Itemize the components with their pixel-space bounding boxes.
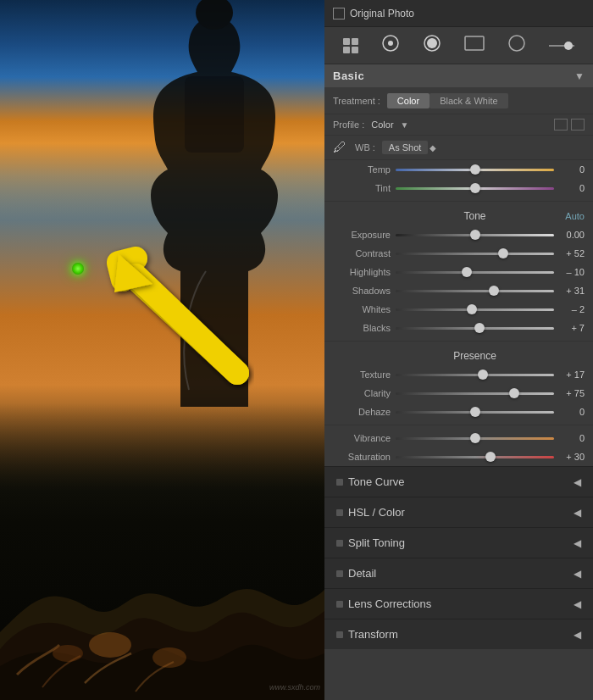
lens-corrections-section[interactable]: Lens Corrections ◀ [324,588,593,619]
contrast-slider-row: Contrast + 52 [324,244,593,263]
transform-title: Transform [348,628,398,641]
profile-icon-2[interactable] [571,119,585,131]
contrast-label: Contrast [333,248,391,258]
svg-point-4 [53,645,83,662]
split-toning-chevron: ◀ [574,537,581,549]
tone-curve-chevron: ◀ [574,476,581,488]
shadows-slider-track[interactable] [396,284,554,297]
tint-slider-track[interactable] [396,181,554,195]
highlights-label: Highlights [333,267,391,277]
svg-point-8 [388,41,393,46]
profile-left: Profile : Color ▼ [333,119,409,130]
tone-auto-btn[interactable]: Auto [559,211,585,221]
detail-marker [336,570,343,577]
exposure-slider-track[interactable] [396,228,554,242]
whites-slider-row: Whites – 2 [324,300,593,319]
svg-point-12 [509,36,524,51]
transform-chevron: ◀ [574,629,581,641]
texture-slider-track[interactable] [396,368,554,381]
treatment-color-btn[interactable]: Color [387,93,430,108]
filter-icon[interactable] [459,32,490,58]
develop-icon[interactable] [418,31,446,60]
adjust-icon[interactable] [544,42,579,50]
shadows-label: Shadows [333,286,391,296]
exposure-value: 0.00 [559,230,585,240]
profile-icons [554,119,585,131]
highlights-value: – 10 [559,267,585,277]
vibrance-slider-row: Vibrance 0 [324,429,593,447]
wb-value[interactable]: As Shot [382,141,429,154]
original-photo-checkbox[interactable] [333,8,345,19]
profile-value[interactable]: Color [371,119,393,130]
exposure-slider-row: Exposure 0.00 [324,225,593,244]
presence-section-label: Presence [324,345,593,365]
right-panel: Original Photo [324,0,593,700]
whites-value: – 2 [559,304,585,314]
highlights-slider-track[interactable] [396,265,554,279]
clarity-slider-row: Clarity + 75 [324,384,593,403]
basic-chevron: ▼ [574,70,585,82]
blacks-label: Blacks [333,323,391,333]
split-toning-section[interactable]: Split Toning ◀ [324,527,593,558]
blacks-slider-row: Blacks + 7 [324,319,593,337]
basic-content: Treatment : Color Black & White Profile … [324,88,593,466]
tone-curve-marker [336,479,343,486]
svg-point-2 [89,632,131,658]
contrast-value: + 52 [559,248,585,258]
svg-rect-0 [185,76,244,153]
tone-curve-section[interactable]: Tone Curve ◀ [324,466,593,497]
highlights-slider-row: Highlights – 10 [324,263,593,281]
split-toning-left: Split Toning [336,536,405,549]
split-toning-marker [336,540,343,547]
hsl-color-title: HSL / Color [348,506,405,519]
profile-dropdown-arrow[interactable]: ▼ [401,120,409,130]
texture-label: Texture [333,369,391,380]
profile-row: Profile : Color ▼ [324,114,593,136]
vibrance-slider-track[interactable] [396,431,554,445]
wb-row: 🖊 WB : As Shot ◆ [324,136,593,160]
photo-panel: www.sxdh.com [0,0,324,700]
blacks-slider-track[interactable] [396,321,554,335]
radial-icon[interactable] [502,31,531,60]
hsl-color-section[interactable]: HSL / Color ◀ [324,497,593,527]
clarity-slider-track[interactable] [396,386,554,400]
eyedropper-icon[interactable]: 🖊 [333,140,346,155]
tone-section-label: Tone Auto [324,205,593,225]
wb-dropdown-arrow[interactable]: ◆ [430,143,436,153]
transform-section[interactable]: Transform ◀ [324,619,593,649]
temp-value: 0 [559,164,585,175]
dehaze-slider-track[interactable] [396,405,554,419]
panel-content[interactable]: Basic ▼ Treatment : Color Black & White … [324,64,593,700]
whites-slider-track[interactable] [396,303,554,316]
treatment-bw-btn[interactable]: Black & White [430,93,507,108]
treatment-row: Treatment : Color Black & White [324,88,593,114]
shadows-value: + 31 [559,286,585,296]
tint-value: 0 [559,183,585,193]
temp-slider-track[interactable] [396,163,554,176]
saturation-slider-row: Saturation + 30 [324,447,593,466]
person-silhouette [121,0,308,407]
texture-slider-row: Texture + 17 [324,365,593,384]
icon-toolbar [324,27,593,64]
detail-section[interactable]: Detail ◀ [324,558,593,588]
hsl-color-left: HSL / Color [336,506,405,519]
wb-label: WB : [355,142,375,153]
tint-slider-row: Tint 0 [324,179,593,197]
vibrance-label: Vibrance [333,433,391,443]
dehaze-slider-row: Dehaze 0 [324,403,593,421]
basic-section-header[interactable]: Basic ▼ [324,64,593,88]
library-icon[interactable] [338,35,363,57]
saturation-slider-track[interactable] [396,450,554,464]
saturation-value: + 30 [559,452,585,462]
lens-corrections-left: Lens Corrections [336,597,431,610]
crop-icon[interactable] [376,31,405,60]
contrast-slider-track[interactable] [396,247,554,260]
profile-icon-1[interactable] [554,119,568,131]
texture-value: + 17 [559,369,585,380]
dehaze-label: Dehaze [333,407,391,417]
profile-label: Profile : [333,119,364,130]
temp-label: Temp [333,164,391,175]
whites-label: Whites [333,304,391,314]
lens-corrections-chevron: ◀ [574,598,581,610]
treatment-label: Treatment : [333,96,380,106]
